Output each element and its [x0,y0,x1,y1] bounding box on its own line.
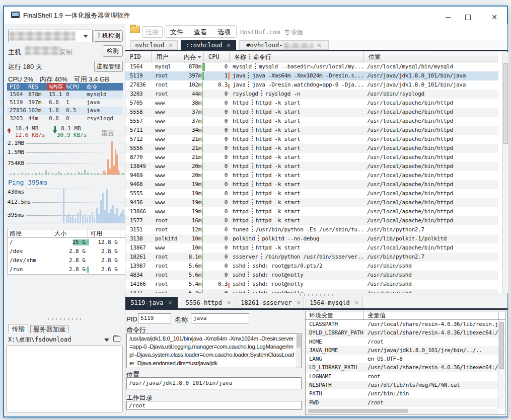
process-row[interactable]: 4834root5.6m0sshdsshd: root@notty/usr/sb… [125,271,498,280]
column-header[interactable]: 可用 [88,229,120,237]
splitter-handle[interactable] [300,294,333,296]
tab-server-acceleration[interactable]: 服务器加速 [30,325,68,333]
close-tab-icon[interactable]: ✕ [168,42,173,48]
disk-table-header[interactable]: 路径大小可用 [8,229,125,238]
process-row[interactable]: 5557www37m0httpdhttpd -k start/usr/local… [125,117,498,126]
process-row[interactable]: 1577root16m0httpdhttpd -k start/usr/loca… [125,216,498,225]
process-row[interactable]: 3138polkitd10m0polkitdpolkitd --no-debug… [125,234,498,243]
session-tab[interactable]: ovhcloud✕ [130,40,178,50]
process-row[interactable]: 5555www19m0httpdhttpd -k start/usr/local… [125,189,498,198]
check-button[interactable]: 检测 [103,45,123,57]
column-header[interactable]: 路径 [8,229,52,237]
name-field[interactable]: java [191,313,249,323]
edition-label[interactable]: 专业版 [284,28,304,37]
env-row[interactable]: DYLD_LIBRARY_PATH/usr/local/share/resin-… [306,328,505,337]
process-row[interactable]: 5711www34m0httpdhttpd -k start/usr/local… [125,126,498,135]
hostbuf-link[interactable]: HostBuf.com [240,29,280,36]
env-row[interactable]: NLSPATH/usr/dt/lib/nls/msg/%L/%N.cat [306,381,505,389]
env-table-header[interactable]: 环境变量 变量值 [306,311,505,320]
process-row[interactable]: 5705www38m0httpdhttpd -k start/usr/local… [125,99,498,108]
folder-icon[interactable] [130,26,140,33]
process-row[interactable]: 5712www21m0httpdhttpd -k start/usr/local… [125,135,498,144]
process-row[interactable]: 3203root44m0rsyslogdrsyslogd -n/usr/sbin… [125,90,498,99]
cmdline-scrollbar[interactable] [296,334,301,368]
env-row[interactable]: PATH/usr/bin:/bin [306,389,505,398]
folder-icon[interactable] [113,336,120,342]
host-check-button[interactable]: 主机检测 [94,30,123,42]
table-row[interactable]: /run2.8 G2.6 G [8,265,125,274]
column-header[interactable]: PID [7,83,28,91]
process-row[interactable]: 9436www19m0httpdhttpd -k start/usr/local… [125,198,498,207]
process-row[interactable]: 27836root102m0.3javajava -Dresin.watchdo… [125,80,498,90]
minimize-button[interactable]: ─ [442,14,455,22]
column-header[interactable]: 大小 [52,229,88,237]
table-row[interactable]: 27836102m1.80.3java [7,107,123,115]
transfer-file-panel[interactable] [6,345,123,412]
detail-tab[interactable]: 1564-mysqld✕ [306,297,363,308]
reset-button[interactable]: 重置 [101,129,114,138]
process-row[interactable]: 1564mysql878m0mysqldmysqld --basedir=/us… [125,62,498,71]
column-header[interactable]: %内存 [47,83,66,91]
column-header[interactable]: RES [28,83,47,91]
table-row[interactable]: /25 G12.8 G [8,238,125,247]
env-row[interactable]: HOME/root [306,338,505,346]
location-field[interactable]: /usr/java/jdk1.8.0_101/bin/java [126,377,302,389]
env-row[interactable]: LOGNAMEroot [306,372,505,381]
process-row[interactable]: 9469www20m0httpdhttpd -k start/usr/local… [125,171,498,180]
process-row[interactable]: 13866www19m0httpdhttpd -k start/usr/loca… [125,207,498,216]
workdir-field[interactable]: /root [126,401,302,410]
scrollbar-thumb[interactable] [503,63,508,144]
detail-tab[interactable]: 5119-java✕ [125,297,178,308]
table-row[interactable]: 320344m0.80rsyslogd [7,115,123,123]
process-row[interactable]: 13867www10m0httpdhttpd -k start/usr/loca… [125,243,498,253]
splitter-handle[interactable] [48,318,81,320]
process-row[interactable]: 14166root5.4m0.3sshdsshd: root@notty/usr… [125,280,498,289]
maximize-button[interactable] [465,15,471,20]
process-row[interactable]: 13849www20m0httpdhttpd -k start/usr/loca… [125,162,498,171]
table-row[interactable]: /dev2.8 G2.8 G [8,247,125,256]
env-horizontal-scrollbar[interactable] [306,408,499,414]
menu-view[interactable]: 查看 [194,28,207,37]
cmdline-field[interactable]: /usr/java/jdk1.8.0_101/bin/java -Xms64m … [126,333,302,368]
process-row[interactable]: 18261root8.1m0ssserver/bin/python /usr/b… [125,253,498,262]
process-row[interactable]: 5556www21m0httpdhttpd -k start/usr/local… [125,144,498,153]
vertical-scrollbar[interactable] [502,52,509,293]
download-path[interactable]: X:\桌面\fsdownload [8,335,71,344]
sidebar-process-table-header[interactable]: PIDRES%内存%CPU命令 [7,83,123,91]
env-row[interactable]: PWD/root [306,398,505,407]
detail-tab[interactable]: 18261-ssserver✕ [238,297,304,308]
env-vertical-scrollbar[interactable] [498,320,504,409]
column-header[interactable]: %CPU [66,83,83,91]
host-combobox[interactable] [8,30,93,42]
table-row[interactable]: /dev/shm2.8 G2.8 G [8,256,125,265]
session-tab[interactable]: ::ovhcloud✕ [181,40,236,50]
column-header[interactable]: 命令 [83,83,98,91]
close-tab-icon[interactable]: ✕ [317,42,322,48]
process-row[interactable]: 5558www37m0httpdhttpd -k start/usr/local… [125,108,498,117]
close-tab-icon[interactable]: ✕ [227,42,231,48]
process-row[interactable]: 3151root12m0tuned/usr/bin/python -Es /us… [125,225,498,234]
menu-options[interactable]: 选项 [217,28,231,37]
connect-button[interactable]: 连接 [142,26,163,38]
env-row[interactable]: JAVA_HOME/usr/java/jdk1.8.0_101/jre/bin/… [306,346,505,355]
chevron-down-icon[interactable] [104,339,109,344]
process-row[interactable]: 13987root5.6m0sshdsshd: root@pts/0,pts/2… [125,262,498,271]
process-manager-button[interactable]: 进程管理 [94,61,123,72]
close-button[interactable]: ✕ [488,14,501,22]
table-row[interactable]: 5119397m6.81java [7,99,123,107]
process-table-header[interactable]: PID 用户 内存 CPU 名称命令行 位置 [125,52,498,62]
env-row[interactable]: CLASSPATH/usr/local/share/resin-4.0.36/l… [306,320,505,328]
env-row[interactable]: LD_LIBRARY_PATH/usr/local/share/resin-4.… [306,363,505,372]
menu-file[interactable]: 文件 [170,28,183,37]
process-row[interactable]: 9468www19m0httpdhttpd -k start/usr/local… [125,180,498,189]
tab-transfer[interactable]: 传输 [9,324,28,333]
process-row[interactable]: 1471root5.4m0sshdsshd: root@notty/usr/sb… [125,289,498,293]
process-row[interactable]: 5119root397m1javajava -Xms64m -Xmx1024m … [125,71,498,80]
env-row[interactable]: LANGen_US.UTF-8 [306,355,505,363]
detail-tab[interactable]: 5556-httpd✕ [181,297,236,308]
pid-field[interactable]: 5119 [138,313,171,323]
table-row[interactable]: 1564878m15.10mysqld [7,91,123,99]
session-tab[interactable]: #ovhcloud-✕ [239,40,329,50]
copy-button[interactable]: 复制 [59,48,72,57]
process-row[interactable]: 8770www21m0httpdhttpd -k start/usr/local… [125,153,498,162]
